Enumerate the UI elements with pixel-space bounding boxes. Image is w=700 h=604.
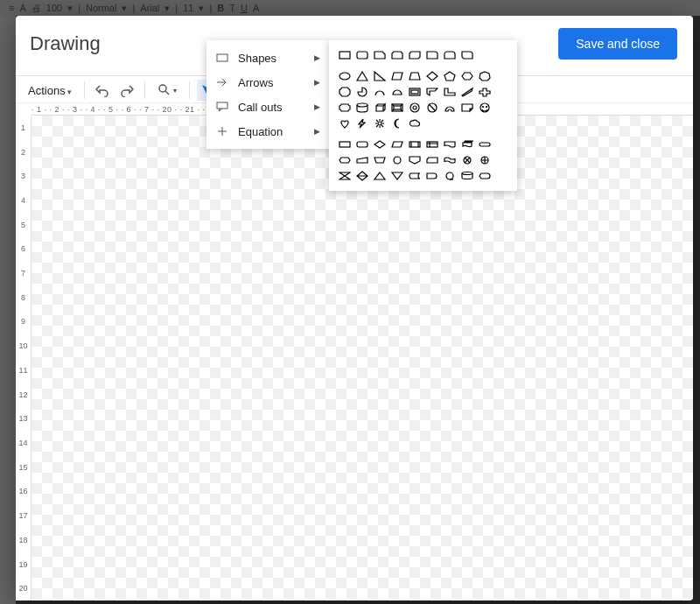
svg-rect-6	[217, 54, 228, 61]
shape-moon[interactable]	[390, 117, 404, 130]
shape-flow-connector[interactable]	[390, 154, 404, 166]
chevron-right-icon: ▶	[314, 78, 320, 87]
save-and-close-button[interactable]: Save and close	[558, 28, 677, 60]
shape-smiley[interactable]	[478, 102, 492, 114]
shape-plaque[interactable]	[338, 102, 352, 114]
shape-flow-alternate[interactable]	[355, 138, 369, 151]
shape-rectangle[interactable]	[338, 49, 352, 61]
menu-item-equation[interactable]: Equation ▶	[206, 119, 329, 144]
shape-heart[interactable]	[338, 117, 352, 130]
svg-point-31	[446, 172, 453, 179]
actions-menu-button[interactable]: Actions	[23, 81, 77, 101]
svg-point-16	[410, 103, 419, 112]
shape-octagon[interactable]	[338, 86, 352, 98]
svg-rect-23	[340, 142, 350, 147]
shape-rounded-rectangle[interactable]	[355, 49, 369, 61]
shape-folded-corner[interactable]	[460, 102, 474, 114]
shape-flow-extract[interactable]	[373, 170, 387, 182]
shape-frame[interactable]	[408, 86, 422, 98]
drawing-dialog: Drawing Save and close Actions ▾ ▾ ⋕▾ · …	[16, 16, 693, 600]
shape-snip-diag-rect[interactable]	[408, 49, 422, 61]
shape-bevel[interactable]	[390, 102, 404, 114]
svg-point-13	[357, 103, 368, 107]
menu-item-label: Equation	[238, 125, 283, 138]
shape-parallelogram[interactable]	[390, 70, 404, 82]
shape-flow-collate[interactable]	[338, 170, 352, 182]
shape-flow-internal[interactable]	[425, 138, 439, 151]
shape-flow-sort[interactable]	[355, 170, 369, 182]
shape-no-symbol[interactable]	[425, 102, 439, 114]
shape-heptagon[interactable]	[478, 70, 492, 82]
shape-sun[interactable]	[373, 117, 387, 130]
shape-cube[interactable]	[373, 102, 387, 114]
menu-item-arrows[interactable]: Arrows ▶	[206, 70, 329, 95]
dialog-title: Drawing	[30, 32, 101, 55]
svg-point-10	[340, 73, 350, 80]
shape-block-arc[interactable]	[443, 102, 457, 114]
shape-flow-multidoc[interactable]	[460, 138, 474, 151]
shape-right-triangle[interactable]	[373, 70, 387, 82]
shape-flow-tape[interactable]	[443, 154, 457, 166]
svg-rect-15	[394, 106, 401, 109]
shape-flow-merge[interactable]	[390, 170, 404, 182]
shape-arc[interactable]	[373, 86, 387, 98]
shape-half-frame[interactable]	[425, 86, 439, 98]
svg-rect-8	[340, 52, 350, 59]
shape-flow-process[interactable]	[338, 138, 352, 151]
zoom-button[interactable]: ▾	[152, 80, 182, 101]
chevron-right-icon: ▶	[314, 53, 320, 62]
shape-flow-manual-op[interactable]	[373, 154, 387, 166]
shape-flow-seq-storage[interactable]	[443, 170, 457, 182]
shape-flow-card[interactable]	[425, 154, 439, 166]
shape-trapezoid[interactable]	[408, 70, 422, 82]
shape-flow-data[interactable]	[390, 138, 404, 151]
svg-point-32	[462, 172, 472, 175]
shape-diamond[interactable]	[425, 70, 439, 82]
shape-flow-document[interactable]	[443, 138, 457, 151]
shape-round-diag-rect[interactable]	[460, 49, 474, 61]
shape-flow-manual-input[interactable]	[355, 154, 369, 166]
shape-can[interactable]	[355, 102, 369, 114]
undo-button[interactable]	[92, 80, 113, 101]
menu-item-shapes[interactable]: Shapes ▶	[206, 46, 329, 70]
shape-cloud[interactable]	[408, 117, 422, 130]
shape-triangle[interactable]	[355, 70, 369, 82]
menu-item-label: Arrows	[238, 76, 273, 89]
shape-snip-same-rect[interactable]	[390, 49, 404, 61]
shape-snip-corner-rect[interactable]	[373, 49, 387, 61]
shape-diagonal-stripe[interactable]	[460, 86, 474, 98]
shape-cross[interactable]	[478, 86, 492, 98]
svg-rect-24	[357, 142, 368, 147]
shape-ellipse[interactable]	[338, 70, 352, 82]
shape-flow-display[interactable]	[478, 170, 492, 182]
shape-flow-or[interactable]	[478, 154, 492, 166]
svg-point-0	[159, 85, 166, 92]
shape-flow-stored[interactable]	[408, 170, 422, 182]
shape-flow-predefined[interactable]	[408, 138, 422, 151]
shape-l-shape[interactable]	[443, 86, 457, 98]
redo-button[interactable]	[116, 80, 137, 101]
svg-point-20	[483, 107, 484, 108]
shape-round-same-rect[interactable]	[443, 49, 457, 61]
shape-flow-junction[interactable]	[460, 154, 474, 166]
svg-rect-7	[217, 102, 228, 109]
shape-lightning[interactable]	[355, 117, 369, 130]
shape-donut[interactable]	[408, 102, 422, 114]
shape-pentagon[interactable]	[443, 70, 457, 82]
svg-point-21	[486, 107, 487, 108]
shape-flow-terminator[interactable]	[478, 138, 492, 151]
shape-hexagon[interactable]	[460, 70, 474, 82]
shape-flow-offpage[interactable]	[408, 154, 422, 166]
shape-flow-preparation[interactable]	[338, 154, 352, 166]
shape-flow-magnetic[interactable]	[460, 170, 474, 182]
shape-chord[interactable]	[390, 86, 404, 98]
chevron-right-icon: ▶	[314, 102, 320, 111]
shape-round-corner-rect[interactable]	[425, 49, 439, 61]
menu-item-callouts[interactable]: Call outs ▶	[206, 95, 329, 119]
callout-icon	[215, 100, 229, 114]
svg-rect-26	[427, 142, 438, 147]
ruler-vertical: 1234567891011121314151617181920	[16, 116, 32, 600]
shape-flow-delay[interactable]	[425, 170, 439, 182]
shape-flow-decision[interactable]	[373, 138, 387, 151]
shape-pie[interactable]	[355, 86, 369, 98]
